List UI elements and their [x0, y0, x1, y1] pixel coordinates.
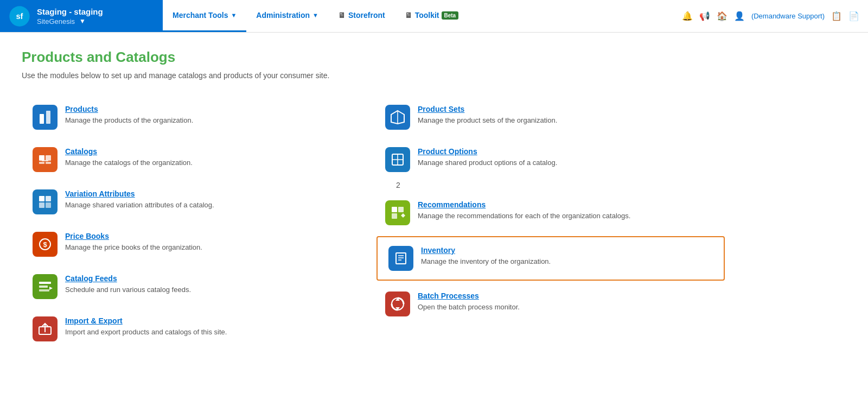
svg-rect-7 [46, 162, 51, 164]
catalog-feeds-desc: Schedule and run various catalog feeds. [65, 286, 191, 294]
price-books-desc: Manage the price books of the organizati… [65, 243, 202, 251]
user-icon[interactable]: 👤 [734, 11, 745, 21]
products-link[interactable]: Products [65, 105, 193, 113]
svg-rect-6 [39, 162, 44, 164]
megaphone-icon[interactable]: 📢 [699, 11, 710, 21]
svg-rect-30 [396, 253, 406, 264]
storefront-monitor-icon: 🖥 [338, 11, 346, 20]
svg-rect-28 [392, 213, 397, 219]
module-products: Products Manage the products of the orga… [22, 96, 374, 138]
batch-processes-content: Batch Processes Open the batch process m… [418, 291, 520, 311]
page-title: Products and Catalogs [22, 49, 846, 66]
brand-chevron-icon: ▼ [79, 17, 86, 25]
variation-attributes-link[interactable]: Variation Attributes [65, 189, 214, 198]
badge-number-container: 2 [374, 181, 727, 192]
svg-marker-18 [49, 287, 53, 290]
products-desc: Manage the products of the organization. [65, 116, 193, 124]
module-variation-attributes: Variation Attributes Manage shared varia… [22, 181, 374, 223]
nav-storefront[interactable]: 🖥 Storefront [328, 0, 395, 32]
site-genesis-label: SiteGenesis [37, 17, 75, 26]
products-content: Products Manage the products of the orga… [65, 105, 193, 124]
product-options-content: Product Options Manage shared product op… [418, 147, 557, 167]
modules-right-column: Product Sets Manage the product sets of … [374, 96, 727, 350]
recommendations-icon [385, 200, 410, 225]
variation-attributes-icon [33, 189, 58, 214]
price-books-link[interactable]: Price Books [65, 232, 202, 240]
catalogs-link[interactable]: Catalogs [65, 147, 193, 156]
home-icon[interactable]: 🏠 [717, 11, 727, 21]
svg-rect-3 [46, 111, 50, 124]
module-catalogs: Catalogs Manage the catalogs of the orga… [22, 138, 374, 181]
import-export-link[interactable]: Import & Export [65, 316, 227, 325]
catalog-feeds-icon [33, 274, 58, 299]
module-catalog-feeds: Catalog Feeds Schedule and run various c… [22, 265, 374, 308]
module-recommendations: Recommendations Manage the recommendatio… [374, 192, 727, 234]
batch-processes-desc: Open the batch process monitor. [418, 303, 520, 311]
svg-text:sf: sf [16, 12, 23, 21]
variation-attributes-content: Variation Attributes Manage shared varia… [65, 189, 214, 209]
svg-marker-29 [401, 213, 405, 218]
inventory-content: Inventory Manage the inventory of the or… [421, 246, 551, 265]
administration-label: Administration [256, 11, 310, 20]
module-inventory[interactable]: Inventory Manage the inventory of the or… [376, 236, 725, 281]
nav-items: Merchant Tools ▼ Administration ▼ 🖥 Stor… [163, 0, 673, 32]
svg-rect-26 [392, 207, 397, 212]
notification-icon[interactable]: 🔔 [682, 11, 693, 21]
navbar: sf Staging - staging SiteGenesis ▼ Merch… [0, 0, 868, 33]
module-import-export: Import & Export Import and export produc… [22, 308, 374, 350]
module-batch-processes: Batch Processes Open the batch process m… [374, 283, 727, 325]
nav-toolkit[interactable]: 🖥 Toolkit Beta [395, 0, 469, 32]
recommendations-link[interactable]: Recommendations [418, 200, 630, 209]
toolkit-monitor-icon: 🖥 [405, 11, 412, 20]
product-sets-content: Product Sets Manage the product sets of … [418, 105, 557, 124]
product-options-link[interactable]: Product Options [418, 147, 557, 156]
catalogs-content: Catalogs Manage the catalogs of the orga… [65, 147, 193, 167]
administration-chevron-icon: ▼ [312, 12, 318, 18]
brand-text: Staging - staging SiteGenesis ▼ [37, 7, 103, 26]
salesforce-logo: sf [9, 5, 30, 27]
recommendations-desc: Manage the recommendations for each of t… [418, 212, 630, 220]
product-sets-link[interactable]: Product Sets [418, 105, 557, 113]
module-product-options: Product Options Manage shared product op… [374, 138, 727, 181]
svg-rect-15 [39, 282, 51, 284]
module-product-sets: Product Sets Manage the product sets of … [374, 96, 727, 138]
storefront-label: Storefront [348, 11, 385, 20]
catalogs-desc: Manage the catalogs of the organization. [65, 159, 193, 167]
price-books-icon: $ [33, 232, 58, 257]
copy-icon[interactable]: 📋 [831, 11, 842, 21]
inventory-desc: Manage the inventory of the organization… [421, 257, 551, 265]
support-label[interactable]: (Demandware Support) [751, 12, 825, 20]
import-export-desc: Import and export products and catalogs … [65, 328, 227, 336]
modules-left-column: Products Manage the products of the orga… [22, 96, 374, 350]
price-books-content: Price Books Manage the price books of th… [65, 232, 202, 251]
nav-administration[interactable]: Administration ▼ [246, 0, 328, 32]
nav-merchant-tools[interactable]: Merchant Tools ▼ [163, 0, 246, 32]
catalog-feeds-content: Catalog Feeds Schedule and run various c… [65, 274, 191, 294]
brand-section[interactable]: sf Staging - staging SiteGenesis ▼ [0, 0, 163, 32]
catalogs-icon [33, 147, 58, 172]
badge-number: 2 [385, 172, 400, 198]
inventory-icon [388, 246, 413, 271]
document-icon[interactable]: 📄 [848, 11, 859, 21]
svg-rect-11 [39, 202, 44, 208]
toolkit-beta-badge: Beta [442, 11, 459, 20]
products-icon [33, 105, 58, 130]
merchant-tools-label: Merchant Tools [173, 11, 228, 20]
page-description: Use the modules below to set up and mana… [22, 71, 846, 80]
svg-rect-9 [39, 196, 44, 201]
inventory-link[interactable]: Inventory [421, 246, 551, 255]
product-options-desc: Manage shared product options of a catal… [418, 159, 557, 167]
svg-rect-2 [40, 114, 44, 124]
main-content: Products and Catalogs Use the modules be… [0, 33, 868, 366]
nav-right: 🔔 📢 🏠 👤 (Demandware Support) 📋 📄 [673, 0, 868, 32]
batch-processes-icon [385, 291, 410, 316]
svg-rect-10 [46, 196, 51, 201]
toolkit-label: Toolkit [415, 11, 439, 20]
svg-rect-5 [46, 155, 51, 161]
batch-processes-link[interactable]: Batch Processes [418, 291, 520, 300]
recommendations-content: Recommendations Manage the recommendatio… [418, 200, 630, 220]
module-price-books: $ Price Books Manage the price books of … [22, 223, 374, 265]
catalog-feeds-link[interactable]: Catalog Feeds [65, 274, 191, 283]
svg-text:$: $ [43, 240, 47, 249]
svg-rect-16 [39, 286, 48, 288]
